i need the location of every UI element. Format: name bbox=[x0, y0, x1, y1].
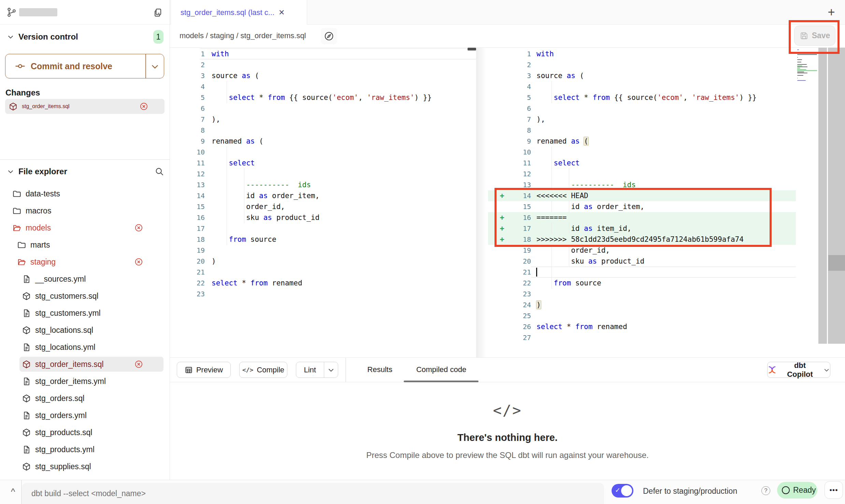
code-line-26[interactable]: 26select * from renamed bbox=[488, 321, 796, 332]
command-input[interactable] bbox=[22, 483, 604, 504]
changed-file-row[interactable]: stg_order_items.sql bbox=[5, 99, 164, 114]
scrollbar-thumb[interactable] bbox=[828, 255, 845, 271]
file-row-__sources.yml[interactable]: __sources.yml bbox=[0, 270, 170, 287]
code-line-23[interactable]: 23 bbox=[488, 288, 796, 299]
code-line-4[interactable]: 4 bbox=[488, 81, 796, 92]
code-line-18[interactable]: +18>>>>>>> 58c1dd23d5eebd9cd2495fa7124ab… bbox=[488, 234, 796, 245]
file-row-stg_customers.yml[interactable]: stg_customers.yml bbox=[0, 305, 170, 322]
search-icon[interactable] bbox=[155, 167, 164, 176]
code-line-17[interactable]: +17 id as item_id, bbox=[488, 223, 796, 234]
tab-results[interactable]: Results bbox=[366, 358, 393, 382]
save-button[interactable]: Save bbox=[794, 26, 835, 46]
lint-dropdown-chevron-icon[interactable] bbox=[327, 366, 335, 374]
code-line-20[interactable]: 20 sku as product_id bbox=[488, 256, 796, 267]
code-line-11[interactable]: 11 select bbox=[488, 158, 796, 168]
code-line-23[interactable]: 23 bbox=[170, 288, 476, 299]
lint-button[interactable]: Lint bbox=[296, 362, 338, 378]
code-line-6[interactable]: 6 bbox=[170, 103, 476, 114]
code-line-3[interactable]: 3source as ( bbox=[170, 70, 476, 81]
minimap[interactable] bbox=[797, 49, 818, 83]
code-line-2[interactable]: 2 bbox=[170, 59, 476, 70]
code-line-10[interactable]: 10 bbox=[170, 147, 476, 158]
copy-icon[interactable] bbox=[153, 7, 164, 18]
code-line-14[interactable]: +14<<<<<<< HEAD bbox=[488, 190, 796, 201]
compile-button[interactable]: </> Compile bbox=[239, 362, 287, 378]
conflict-icon[interactable] bbox=[140, 102, 148, 111]
defer-toggle[interactable]: ✓ bbox=[612, 484, 633, 498]
file-row-stg_locations.sql[interactable]: stg_locations.sql bbox=[0, 322, 170, 339]
code-line-11[interactable]: 11 select bbox=[170, 158, 476, 168]
left-editor-scrollbar-thumb[interactable] bbox=[468, 48, 476, 50]
code-line-17[interactable]: 17 bbox=[170, 223, 476, 234]
file-row-stg_orders.yml[interactable]: stg_orders.yml bbox=[0, 407, 170, 424]
code-line-7[interactable]: 7), bbox=[488, 114, 796, 125]
code-line-8[interactable]: 8 bbox=[170, 125, 476, 136]
code-line-2[interactable]: 2 bbox=[488, 59, 796, 70]
code-line-3[interactable]: 3source as ( bbox=[488, 70, 796, 81]
new-tab-button[interactable]: + bbox=[822, 3, 840, 21]
code-line-25[interactable]: 25 bbox=[488, 310, 796, 321]
code-line-8[interactable]: 8 bbox=[488, 125, 796, 136]
file-row-stg_products.sql[interactable]: stg_products.sql bbox=[0, 424, 170, 441]
code-line-10[interactable]: 10 bbox=[488, 147, 796, 158]
file-row-data-tests[interactable]: data-tests bbox=[0, 185, 170, 202]
conflict-icon[interactable] bbox=[134, 360, 143, 369]
code-line-13[interactable]: 13 ---------- ids bbox=[488, 179, 796, 190]
code-line-27[interactable]: 27 bbox=[488, 332, 796, 343]
help-icon[interactable]: ? bbox=[761, 486, 770, 495]
file-row-marts[interactable]: marts bbox=[0, 236, 170, 253]
code-line-9[interactable]: 9renamed as ( bbox=[170, 136, 476, 147]
code-line-4[interactable]: 4 bbox=[170, 81, 476, 92]
file-row-staging[interactable]: staging bbox=[0, 253, 170, 270]
code-line-22[interactable]: 22select * from renamed bbox=[170, 278, 476, 288]
editor-scrollbar[interactable] bbox=[818, 48, 845, 344]
code-line-21[interactable]: 21 bbox=[170, 267, 476, 278]
code-line-13[interactable]: 13 ---------- ids bbox=[170, 179, 476, 190]
code-line-9[interactable]: 9renamed as ( bbox=[488, 136, 796, 147]
code-line-15[interactable]: 15 order_id, bbox=[170, 201, 476, 212]
preview-button[interactable]: Preview bbox=[177, 362, 231, 378]
code-line-12[interactable]: 12 bbox=[488, 168, 796, 179]
code-line-12[interactable]: 12 bbox=[170, 168, 476, 179]
overflow-menu-icon[interactable]: ••• bbox=[825, 481, 843, 499]
file-row-macros[interactable]: macros bbox=[0, 202, 170, 219]
code-line-16[interactable]: +16======= bbox=[488, 212, 796, 223]
code-line-18[interactable]: 18 from source bbox=[170, 234, 476, 245]
file-row-stg_order_items.sql[interactable]: stg_order_items.sql bbox=[0, 356, 170, 373]
file-row-stg_supplies.sql[interactable]: stg_supplies.sql bbox=[0, 458, 170, 475]
code-line-19[interactable]: 19 bbox=[170, 245, 476, 256]
file-row-stg_orders.sql[interactable]: stg_orders.sql bbox=[0, 390, 170, 407]
ready-status-badge[interactable]: Ready bbox=[777, 482, 817, 499]
code-line-5[interactable]: 5 select * from {{ source('ecom', 'raw_i… bbox=[488, 92, 796, 103]
file-explorer-header[interactable]: File explorer bbox=[0, 164, 170, 179]
code-line-14[interactable]: 14 id as order_item, bbox=[170, 190, 476, 201]
code-line-24[interactable]: 24) bbox=[488, 299, 796, 310]
tab-stg-order-items[interactable]: stg_order_items.sql (last c... ✕ bbox=[171, 0, 307, 25]
file-row-stg_order_items.yml[interactable]: stg_order_items.yml bbox=[0, 373, 170, 390]
code-line-22[interactable]: 22 from source bbox=[488, 278, 796, 288]
version-control-header[interactable]: Version control 1 bbox=[0, 29, 170, 44]
conflict-icon[interactable] bbox=[134, 258, 143, 266]
code-line-1[interactable]: 1with bbox=[170, 48, 476, 59]
expand-caret-icon[interactable]: ^ bbox=[6, 485, 20, 499]
file-row-stg_customers.sql[interactable]: stg_customers.sql bbox=[0, 287, 170, 305]
lineage-compass-icon[interactable] bbox=[321, 28, 337, 44]
commit-and-resolve-button[interactable]: Commit and resolve bbox=[5, 54, 164, 78]
dbt-copilot-button[interactable]: dbt Copilot bbox=[767, 362, 830, 378]
modified-code-panel[interactable]: 1with23source as (45 select * from {{ so… bbox=[488, 48, 796, 343]
file-row-stg_products.yml[interactable]: stg_products.yml bbox=[0, 441, 170, 458]
code-line-20[interactable]: 20) bbox=[170, 256, 476, 267]
file-row-models[interactable]: models bbox=[0, 219, 170, 236]
code-line-1[interactable]: 1with bbox=[488, 48, 796, 59]
close-icon[interactable]: ✕ bbox=[278, 8, 285, 17]
code-line-16[interactable]: 16 sku as product_id bbox=[170, 212, 476, 223]
code-line-6[interactable]: 6 bbox=[488, 103, 796, 114]
original-code-panel[interactable]: 1with23source as (45 select * from {{ so… bbox=[170, 48, 476, 299]
code-line-19[interactable]: 19 order_id, bbox=[488, 245, 796, 256]
code-line-15[interactable]: 15 id as order_item, bbox=[488, 201, 796, 212]
code-line-21[interactable]: 21 bbox=[488, 267, 796, 278]
conflict-icon[interactable] bbox=[134, 224, 143, 232]
tab-compiled-code[interactable]: Compiled code bbox=[409, 358, 474, 382]
file-row-stg_locations.yml[interactable]: stg_locations.yml bbox=[0, 339, 170, 356]
code-line-7[interactable]: 7), bbox=[170, 114, 476, 125]
